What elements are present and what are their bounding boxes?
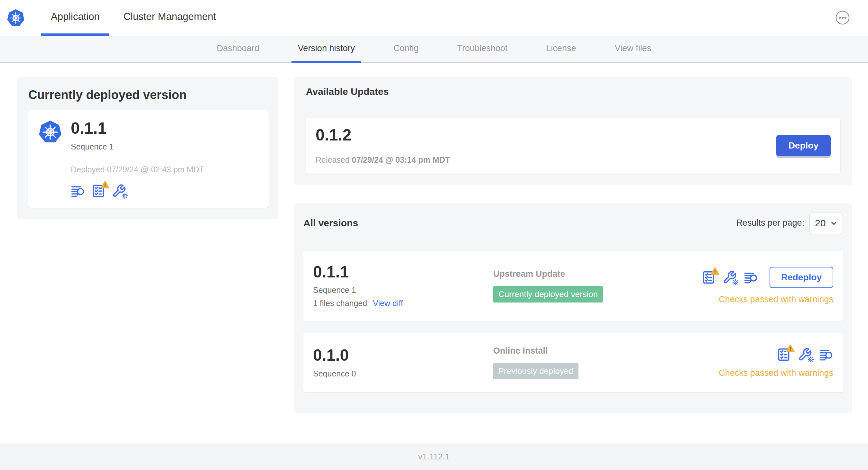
preflight-checks-icon[interactable] bbox=[91, 184, 105, 198]
results-per-page-label: Results per page: bbox=[736, 218, 804, 228]
preflight-checks-icon[interactable] bbox=[701, 270, 715, 284]
current-version-number: 0.1.1 bbox=[71, 120, 204, 137]
warning-triangle-icon bbox=[101, 180, 110, 189]
topnav-tabs: Application Cluster Management bbox=[41, 0, 225, 36]
config-icon[interactable] bbox=[112, 184, 126, 198]
tab-version-history[interactable]: Version history bbox=[291, 36, 361, 63]
tab-troubleshoot[interactable]: Troubleshoot bbox=[451, 36, 514, 63]
deploy-logs-icon[interactable] bbox=[744, 270, 758, 284]
version-sequence: Sequence 1 bbox=[313, 286, 493, 295]
deploy-button[interactable]: Deploy bbox=[776, 135, 831, 156]
top-nav: Application Cluster Management bbox=[0, 0, 868, 36]
gear-icon bbox=[121, 192, 128, 199]
app-version-label: v1.112.1 bbox=[418, 452, 450, 462]
tab-license[interactable]: License bbox=[540, 36, 583, 63]
preflight-checks-icon[interactable] bbox=[777, 347, 791, 362]
files-changed: 1 files changed bbox=[313, 299, 367, 308]
current-version-actions bbox=[71, 184, 204, 198]
update-released-at: Released 07/29/24 @ 03:14 pm MDT bbox=[316, 155, 450, 165]
update-version-number: 0.1.2 bbox=[316, 127, 450, 144]
deployment-status-badge: Previously deployed bbox=[493, 363, 579, 379]
footer: v1.112.1 bbox=[0, 443, 868, 470]
current-version-card: 0.1.1 Sequence 1 Deployed 07/29/24 @ 02:… bbox=[28, 110, 269, 208]
deploy-logs-icon[interactable] bbox=[819, 347, 833, 362]
tab-view-files[interactable]: View files bbox=[608, 36, 658, 63]
version-number: 0.1.0 bbox=[313, 347, 493, 364]
all-versions-title: All versions bbox=[303, 217, 358, 229]
tab-application[interactable]: Application bbox=[41, 0, 110, 36]
warning-triangle-icon bbox=[711, 267, 719, 275]
all-versions-panel: All versions Results per page: 20 0.1.1 … bbox=[294, 203, 852, 414]
available-updates-title: Available Updates bbox=[306, 86, 840, 97]
sub-nav: Dashboard Version history Config Trouble… bbox=[0, 36, 868, 63]
deploy-logs-icon[interactable] bbox=[71, 184, 85, 198]
currently-deployed-panel: Currently deployed version 0.1.1 Sequenc… bbox=[17, 77, 278, 219]
version-sequence: Sequence 0 bbox=[313, 369, 493, 378]
version-source-label: Online Install bbox=[493, 346, 719, 356]
overflow-menu-icon bbox=[835, 10, 850, 25]
update-card: 0.1.2 Released 07/29/24 @ 03:14 pm MDT D… bbox=[306, 118, 840, 174]
app-icon bbox=[38, 120, 62, 144]
version-number: 0.1.1 bbox=[313, 264, 493, 281]
main-content: Currently deployed version 0.1.1 Sequenc… bbox=[0, 63, 868, 443]
tab-dashboard[interactable]: Dashboard bbox=[210, 36, 266, 63]
config-icon[interactable] bbox=[722, 270, 737, 284]
gear-icon bbox=[732, 279, 739, 286]
overflow-menu-button[interactable] bbox=[835, 10, 850, 25]
current-version-sequence: Sequence 1 bbox=[71, 142, 204, 152]
version-source-label: Upstream Update bbox=[493, 269, 701, 279]
preflight-status-text: Checks passed with warnings bbox=[719, 295, 833, 304]
version-row: 0.1.1 Sequence 1 1 files changed View di… bbox=[303, 251, 843, 321]
view-diff-link[interactable]: View diff bbox=[373, 299, 403, 308]
preflight-status-text: Checks passed with warnings bbox=[719, 368, 833, 378]
config-icon[interactable] bbox=[798, 347, 812, 362]
warning-triangle-icon bbox=[786, 344, 795, 352]
deployment-status-badge: Currently deployed version bbox=[493, 286, 603, 303]
tab-config[interactable]: Config bbox=[387, 36, 425, 63]
kubernetes-logo-icon bbox=[6, 9, 25, 27]
results-per-page-select[interactable]: 20 bbox=[809, 212, 843, 234]
currently-deployed-title: Currently deployed version bbox=[28, 88, 269, 102]
chevron-down-icon bbox=[830, 219, 838, 227]
tab-cluster-management[interactable]: Cluster Management bbox=[114, 0, 226, 36]
available-updates-panel: Available Updates 0.1.2 Released 07/29/2… bbox=[294, 77, 852, 185]
redeploy-button[interactable]: Redeploy bbox=[770, 267, 833, 288]
page: Application Cluster Management Dashboard… bbox=[0, 0, 868, 470]
current-version-deployed-at: Deployed 07/29/24 @ 02:43 pm MDT bbox=[71, 165, 204, 174]
gear-icon bbox=[807, 356, 814, 363]
version-row: 0.1.0 Sequence 0 Online Install Previous… bbox=[303, 333, 843, 392]
